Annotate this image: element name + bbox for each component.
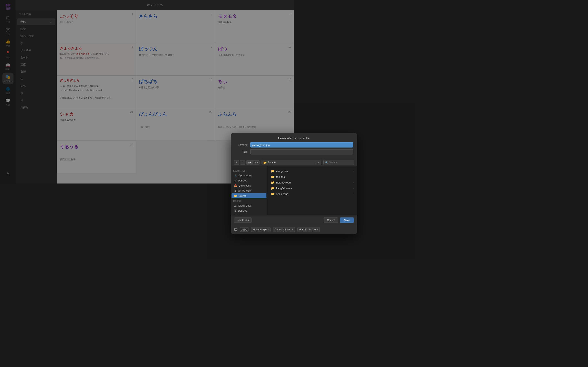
save-as-input[interactable]: [250, 142, 294, 148]
tags-label: Tags:: [235, 150, 248, 153]
desktop-label: Desktop: [238, 179, 247, 182]
dialog-form: Save As: Tags:: [231, 142, 294, 159]
list-view-button[interactable]: ⊟ ▾: [246, 160, 253, 164]
dialog-title: Please select an output file:: [231, 133, 294, 142]
save-as-label: Save As:: [235, 143, 248, 146]
tags-input[interactable]: [250, 149, 294, 155]
list-view-chevron: ▾: [250, 161, 251, 164]
location-bar-text: Source: [268, 161, 294, 164]
tags-row: Tags:: [235, 149, 294, 155]
list-view-icon: ⊟: [248, 161, 250, 164]
hefengcloud-name: hefengcloud: [276, 181, 294, 184]
view-toggle: ⊟ ▾ ⊞ ▾: [246, 160, 259, 165]
everjapan-name: everjapan: [276, 169, 294, 173]
save-as-row: Save As:: [235, 142, 294, 148]
dialog-browser: Favorites 📱 Applications 🖥 Desktop 📥 Dow…: [231, 166, 294, 184]
grid-view-chevron: ▾: [257, 161, 258, 164]
dialog-toolbar: ‹ › ⊟ ▾ ⊞ ▾ 📂 Source ⌄ ▲ 🔍: [231, 159, 294, 166]
sidebar-applications[interactable]: 📱 Applications: [232, 173, 267, 178]
sidebar-desktop[interactable]: 🖥 Desktop: [232, 178, 267, 183]
file-hefengcloud[interactable]: 📂 hefengcloud ›: [268, 180, 294, 184]
location-bar[interactable]: 📂 Source ⌄ ▲: [261, 160, 294, 165]
everjapan-folder-icon: 📂: [271, 169, 275, 173]
grid-view-icon: ⊞: [254, 161, 256, 164]
favorites-section-label: Favorites: [231, 168, 267, 173]
hefengcloud-folder-icon: 📂: [271, 181, 275, 184]
dialog-sidebar: Favorites 📱 Applications 🖥 Desktop 📥 Dow…: [231, 167, 268, 184]
sidebar-downloads[interactable]: 📥 Downloads: [232, 183, 267, 184]
applications-icon: 📱: [234, 174, 237, 177]
back-button[interactable]: ‹: [234, 160, 239, 165]
grid-view-button[interactable]: ⊞ ▾: [253, 160, 259, 164]
file-everjapan[interactable]: 📂 everjapan ›: [268, 168, 294, 174]
forward-button[interactable]: ›: [240, 160, 245, 165]
file-feelang[interactable]: 📂 feelang ›: [268, 174, 294, 180]
feelang-name: feelang: [276, 175, 294, 178]
desktop-icon: 🖥: [234, 179, 237, 182]
dialog-filelist: 📂 everjapan › 📂 feelang › 📂 hefengcloud …: [268, 167, 294, 184]
feelang-folder-icon: 📂: [271, 175, 275, 178]
applications-label: Applications: [239, 174, 252, 177]
save-dialog: Please select an output file: Save As: T…: [231, 133, 294, 184]
location-folder-icon: 📂: [263, 161, 267, 164]
